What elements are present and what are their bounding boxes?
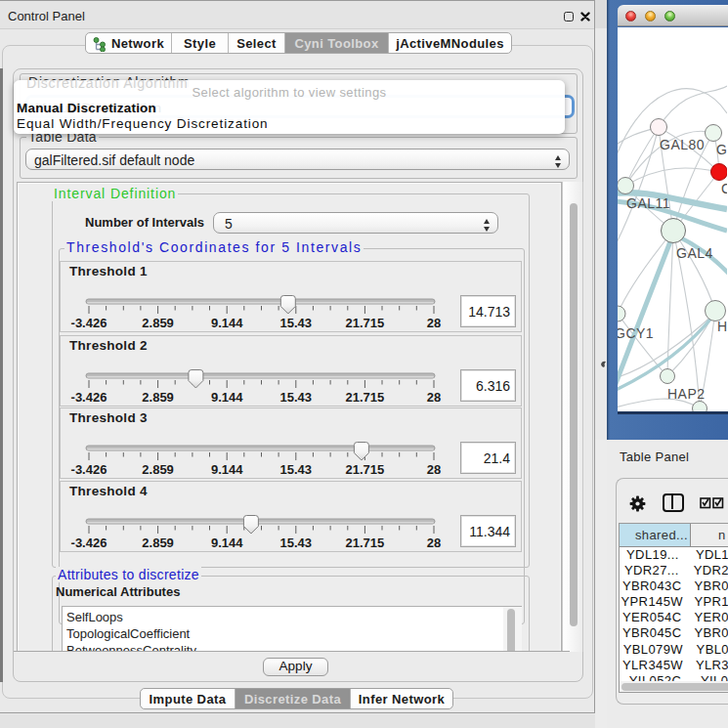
svg-text:H: H [717,319,727,334]
svg-text:9.144: 9.144 [211,316,243,330]
svg-text:GCY1: GCY1 [618,325,654,341]
svg-text:2.859: 2.859 [142,316,174,330]
svg-text:28: 28 [427,462,441,477]
svg-text:28: 28 [427,316,441,330]
svg-text:21.715: 21.715 [346,535,385,550]
svg-text:28: 28 [427,535,441,550]
svg-text:28: 28 [427,390,441,405]
svg-text:9.144: 9.144 [211,462,243,477]
svg-text:15.43: 15.43 [280,390,313,405]
svg-text:HAP2: HAP2 [667,386,706,402]
svg-text:C: C [721,181,727,196]
svg-text:-3.426: -3.426 [71,462,107,477]
svg-text:21.715: 21.715 [346,316,385,330]
svg-text:15.43: 15.43 [280,462,313,477]
svg-text:21.715: 21.715 [346,462,385,477]
svg-text:GAL80: GAL80 [660,137,705,152]
svg-text:9.144: 9.144 [211,535,243,550]
svg-text:15.43: 15.43 [280,535,313,550]
svg-text:2.859: 2.859 [142,462,174,477]
svg-text:21.715: 21.715 [346,390,385,405]
svg-text:GA: GA [716,142,727,157]
svg-text:9.144: 9.144 [211,390,243,405]
svg-text:2.859: 2.859 [142,535,174,550]
svg-text:15.43: 15.43 [280,316,313,330]
svg-text:2.859: 2.859 [142,390,174,405]
svg-text:-3.426: -3.426 [71,316,107,330]
svg-text:GAL4: GAL4 [676,245,713,261]
svg-text:-3.426: -3.426 [71,535,107,550]
svg-text:GAL11: GAL11 [626,195,670,211]
svg-text:-3.426: -3.426 [71,390,107,405]
